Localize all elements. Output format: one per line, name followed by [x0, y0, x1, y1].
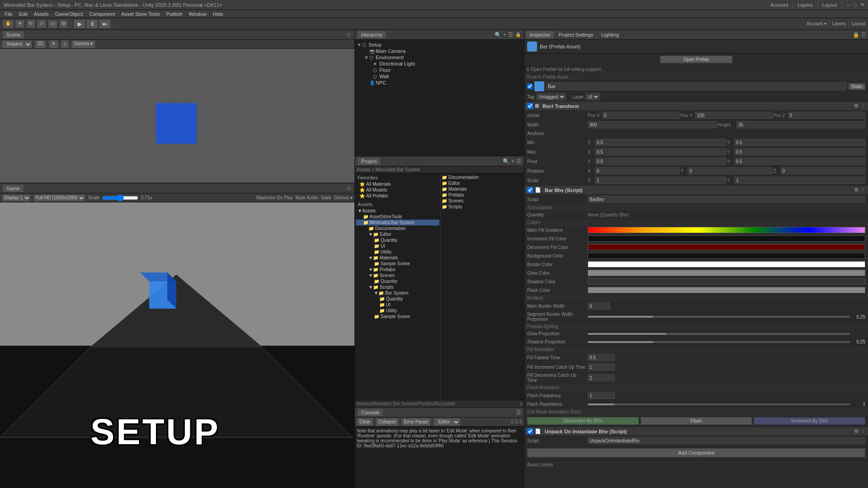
proj-scripts-quantity[interactable]: 📁 Quantity — [356, 296, 439, 302]
proj-ui[interactable]: 📁 UI — [356, 243, 439, 249]
proj-all-models[interactable]: ⭐All Models — [356, 187, 439, 193]
hand-tool[interactable]: ✋ — [3, 20, 14, 28]
pos-y-input[interactable] — [695, 112, 772, 119]
proj-scripts-utility[interactable]: 📁 Utility — [356, 308, 439, 314]
project-menu-icon[interactable]: ☰ — [516, 158, 521, 164]
script-input[interactable] — [588, 196, 865, 203]
bar-bhv-checkbox[interactable] — [527, 187, 533, 193]
hierarchy-item-floor[interactable]: ⬡ Floor — [357, 67, 522, 73]
fill-fastest-input[interactable] — [588, 354, 615, 361]
hierarchy-search-icon[interactable]: 🔍 — [495, 32, 501, 38]
project-plus-icon[interactable]: + — [511, 158, 514, 164]
layers-label[interactable]: Layers — [797, 2, 812, 8]
width-input[interactable] — [588, 121, 717, 128]
background-color-swatch[interactable] — [588, 253, 865, 259]
console-errorpause-btn[interactable]: Error Pause — [401, 418, 431, 426]
proj-minimalist-bar-system[interactable]: 📁 Minimalist Bar System — [356, 220, 439, 225]
proj-all-prefabs[interactable]: ⭐All Prefabs — [356, 193, 439, 199]
proj-scripts-ui[interactable]: 📁 UI — [356, 302, 439, 308]
project-search-icon[interactable]: 🔍 — [503, 158, 509, 164]
bar-bhv-menu-icon[interactable]: ⋮ — [860, 187, 865, 193]
tab-project[interactable]: Project — [358, 158, 380, 165]
tab-inspector[interactable]: Inspector — [526, 31, 554, 38]
add-component-button[interactable]: Add Component — [527, 448, 865, 457]
scene-maximize[interactable]: ⊡ — [345, 32, 352, 38]
transform-tool[interactable]: ⧉ — [59, 20, 68, 28]
menu-assetstoretools[interactable]: Asset Store Tools — [118, 11, 162, 17]
hierarchy-item-env[interactable]: ▼ ⬡ Environment — [357, 54, 522, 61]
rect-transform-checkbox[interactable] — [527, 103, 533, 109]
proj-editor[interactable]: ▼ 📁 Editor — [356, 231, 439, 237]
inspector-menu-icon[interactable]: ☰ — [861, 32, 866, 38]
scene-lighting-btn[interactable]: ☀ — [49, 40, 58, 48]
proj-assets[interactable]: ▼ Assets — [356, 208, 439, 214]
proj-documentation[interactable]: 📁 Documentation — [356, 225, 439, 231]
pivot-y-input[interactable] — [734, 158, 865, 165]
height-input[interactable] — [736, 121, 865, 128]
hierarchy-item-dirlight[interactable]: ☀ Directional Light — [357, 61, 522, 67]
proj-prefabs[interactable]: ▼ 📁 Prefabs — [356, 267, 439, 272]
hierarchy-item-wall[interactable]: ⬡ Wall — [357, 73, 522, 80]
border-color-swatch[interactable] — [588, 261, 865, 267]
rot-x-input[interactable] — [595, 167, 679, 174]
menu-help[interactable]: Help — [210, 11, 226, 17]
layer-select[interactable]: UI — [585, 93, 600, 100]
tab-scene[interactable]: Scene — [3, 31, 24, 38]
proj-scripts[interactable]: ▼ 📁 Scripts — [356, 284, 439, 290]
scale-y-input[interactable] — [734, 177, 865, 184]
increment-fill-color-swatch[interactable] — [588, 235, 865, 242]
scale-slider[interactable] — [102, 195, 138, 201]
window-maximize[interactable]: □ — [854, 2, 857, 8]
stats-btn[interactable]: Stats — [321, 195, 331, 200]
layout-label[interactable]: Layout — [822, 2, 837, 8]
glow-color-swatch[interactable] — [588, 270, 865, 276]
min-y-input[interactable] — [734, 139, 865, 146]
flash-color-swatch[interactable] — [588, 287, 865, 293]
hierarchy-item-setup[interactable]: ▼ ⬡ Setup — [357, 42, 522, 48]
flash-frequency-input[interactable] — [588, 392, 615, 399]
unpack-menu-icon[interactable]: ⋮ — [860, 428, 865, 434]
tab-game[interactable]: Game — [3, 185, 24, 192]
min-x-input[interactable] — [595, 139, 726, 146]
scene-gizmos-btn[interactable]: Gizmos ▾ — [71, 40, 96, 48]
proj-sample-scene[interactable]: 📁 Sample Scene — [356, 261, 439, 267]
tab-project-settings[interactable]: Project Settings — [555, 31, 597, 38]
menu-file[interactable]: File — [2, 11, 15, 17]
menu-assets[interactable]: Assets — [31, 11, 52, 17]
decrement-fill-color-swatch[interactable] — [588, 244, 865, 250]
account-label[interactable]: Account — [770, 2, 788, 8]
inspector-lock-icon[interactable]: 🔒 — [853, 32, 859, 38]
menu-edit[interactable]: Edit — [16, 11, 30, 17]
hierarchy-item-camera[interactable]: 📷 Main Camera — [357, 48, 522, 54]
scene-shading-select[interactable]: Shaded — [2, 40, 32, 48]
move-tool[interactable]: ✛ — [15, 20, 24, 28]
menu-window[interactable]: Window — [186, 11, 209, 17]
decrement-25-button[interactable]: Decrement By 25% — [527, 417, 639, 425]
console-collapse-btn[interactable]: Collapse — [376, 418, 399, 426]
console-editor-select[interactable]: Editor — [434, 418, 460, 426]
proj-asset-editor[interactable]: 📁 Editor — [442, 180, 523, 186]
rotate-tool[interactable]: ↻ — [26, 20, 35, 28]
gizmos-game-btn[interactable]: Gizmos ▾ — [334, 195, 353, 200]
scene-2d-btn[interactable]: 2D — [35, 40, 46, 48]
layout-display[interactable]: Layout — [852, 21, 865, 26]
proj-scenes-quantity[interactable]: 📁 Quantity — [356, 278, 439, 284]
proj-scripts-sample[interactable]: 📁 Sample Scene — [356, 314, 439, 319]
proj-asset-materials[interactable]: 📁 Materials — [442, 186, 523, 192]
pivot-x-input[interactable] — [595, 158, 726, 165]
rect-transform-edit[interactable]: ⚙ — [854, 103, 859, 109]
proj-assetstoretools[interactable]: 📁 AssetStoreTools — [356, 214, 439, 220]
tag-select[interactable]: Untagged — [536, 93, 566, 100]
hierarchy-item-npc[interactable]: 👤 NPC — [357, 80, 522, 86]
pos-x-input[interactable] — [602, 112, 679, 119]
hierarchy-menu-icon[interactable]: ☰ — [508, 32, 513, 38]
name-input[interactable] — [546, 82, 847, 90]
open-prefab-button[interactable]: Open Prefab — [660, 56, 732, 63]
scale-tool[interactable]: ⤢ — [37, 20, 46, 28]
max-y-input[interactable] — [734, 148, 865, 155]
game-canvas[interactable]: SETUP — [0, 202, 354, 488]
fill-increment-catchup-input[interactable] — [588, 363, 615, 371]
window-close[interactable]: ✕ — [860, 2, 864, 8]
unpack-script-input[interactable] — [588, 437, 865, 444]
mute-audio[interactable]: Mute Audio — [295, 195, 318, 200]
